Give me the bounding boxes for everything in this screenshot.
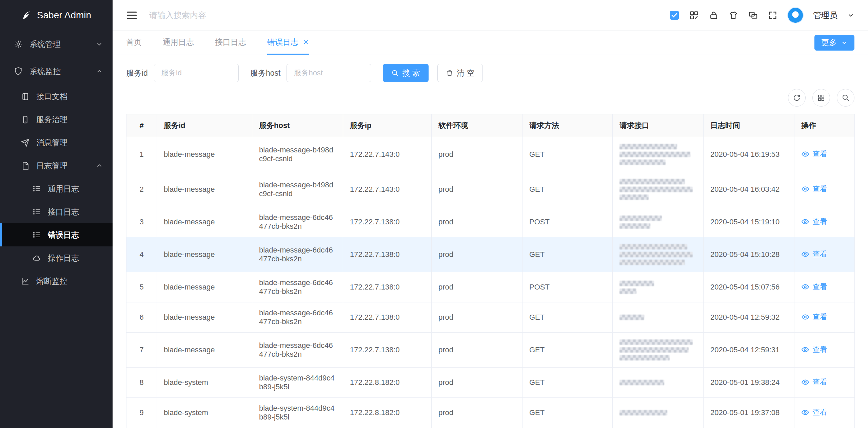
app-title: Saber Admin	[37, 10, 91, 21]
cell-time: 2020-05-04 12:59:32	[704, 302, 794, 333]
sidebar-item-label: 系统管理	[29, 39, 96, 50]
tab-api-log[interactable]: 接口日志	[215, 31, 246, 55]
hamburger-menu-icon[interactable]	[126, 10, 138, 21]
tab-common-log[interactable]: 通用日志	[163, 31, 194, 55]
book-icon	[20, 91, 30, 101]
sidebar-item-error-log[interactable]: 错误日志	[0, 223, 113, 246]
cell-index: 1	[126, 137, 157, 172]
cell-service-id: blade-message	[157, 172, 252, 207]
cell-time: 2020-05-04 16:19:53	[704, 137, 794, 172]
table-row[interactable]: 5 blade-message blade-message-6dc46477cb…	[126, 272, 855, 302]
cell-time: 2020-05-01 19:37:08	[704, 398, 794, 428]
service-id-input[interactable]	[154, 64, 239, 82]
search-button[interactable]: 搜 索	[383, 64, 428, 82]
refresh-button[interactable]	[788, 89, 806, 107]
column-settings-button[interactable]	[812, 89, 830, 107]
table-row[interactable]: 9 blade-system blade-system-844d9c4b89-j…	[126, 398, 855, 428]
cell-time: 2020-05-04 15:10:28	[704, 237, 794, 272]
redacted-api-content	[619, 143, 696, 166]
table-row[interactable]: 6 blade-message blade-message-6dc46477cb…	[126, 302, 855, 333]
clear-button[interactable]: 清 空	[437, 64, 483, 82]
cell-method: GET	[522, 302, 613, 333]
multi-screen-icon[interactable]	[748, 10, 758, 20]
sidebar-item-label: 日志管理	[36, 161, 96, 171]
todo-check-icon[interactable]	[669, 10, 679, 20]
user-avatar[interactable]	[787, 7, 804, 23]
view-button[interactable]: 查看	[801, 217, 827, 227]
sidebar-item-log-manage[interactable]: 日志管理	[0, 154, 113, 177]
search-icon	[842, 94, 850, 102]
cell-method: GET	[522, 333, 613, 368]
cell-service-host: blade-message-6dc46477cb-bks2n	[252, 333, 343, 368]
more-button[interactable]: 更多	[814, 35, 854, 51]
grid-edit-icon[interactable]	[689, 10, 699, 20]
sidebar-item-label: 错误日志	[48, 230, 103, 240]
view-button[interactable]: 查看	[801, 282, 827, 292]
cell-index: 5	[126, 272, 157, 302]
global-search-input[interactable]	[149, 11, 339, 20]
eye-icon	[801, 150, 809, 158]
sidebar-item-label: 系统监控	[29, 66, 96, 77]
cell-index: 6	[126, 302, 157, 333]
tab-label: 通用日志	[163, 37, 194, 48]
sidebar-item-message-manage[interactable]: 消息管理	[0, 131, 113, 154]
cell-api	[613, 302, 704, 333]
username-label[interactable]: 管理员	[813, 10, 837, 21]
sidebar-item-system-monitor[interactable]: 系统监控	[0, 58, 113, 85]
cell-service-host: blade-system-844d9c4b89-j5k5l	[252, 398, 343, 428]
cell-service-host: blade-system-844d9c4b89-j5k5l	[252, 368, 343, 398]
theme-shirt-icon[interactable]	[728, 10, 738, 20]
service-host-input[interactable]	[287, 64, 371, 82]
search-form: 服务id 服务host 搜 索 清 空	[126, 64, 854, 82]
view-button[interactable]: 查看	[801, 377, 827, 387]
fullscreen-icon[interactable]	[768, 10, 778, 20]
cell-api	[613, 398, 704, 428]
redacted-api-content	[619, 409, 696, 416]
cell-operation: 查看	[794, 172, 855, 207]
view-button[interactable]: 查看	[801, 312, 827, 322]
sidebar-item-operation-log[interactable]: 操作日志	[0, 246, 113, 269]
table-row[interactable]: 1 blade-message blade-message-b498dc9cf-…	[126, 137, 855, 172]
table-row[interactable]: 3 blade-message blade-message-6dc46477cb…	[126, 207, 855, 237]
cell-env: prod	[432, 137, 522, 172]
sidebar-item-common-log[interactable]: 通用日志	[0, 177, 113, 200]
tab-error-log[interactable]: 错误日志	[267, 31, 309, 55]
sidebar-item-service-governance[interactable]: 服务治理	[0, 108, 113, 131]
close-icon[interactable]	[302, 39, 309, 45]
more-button-label: 更多	[821, 37, 837, 48]
cell-service-id: blade-message	[157, 207, 252, 237]
list-icon	[32, 230, 42, 240]
error-log-table: # 服务id 服务host 服务ip 软件环境 请求方法 请求接口 日志时间 操…	[126, 114, 855, 428]
table-row[interactable]: 8 blade-system blade-system-844d9c4b89-j…	[126, 368, 855, 398]
tab-home[interactable]: 首页	[126, 31, 142, 55]
table-row[interactable]: 2 blade-message blade-message-b498dc9cf-…	[126, 172, 855, 207]
sidebar-item-system-manage[interactable]: 系统管理	[0, 31, 113, 58]
sidebar-item-api-docs[interactable]: 接口文档	[0, 85, 113, 108]
view-button[interactable]: 查看	[801, 184, 827, 194]
search-toggle-button[interactable]	[837, 89, 854, 107]
trash-icon	[446, 69, 453, 77]
sidebar-item-api-log[interactable]: 接口日志	[0, 200, 113, 223]
table-row[interactable]: 7 blade-message blade-message-6dc46477cb…	[126, 333, 855, 368]
lock-icon[interactable]	[709, 10, 719, 20]
cell-service-ip: 172.22.8.182:0	[343, 368, 432, 398]
cell-method: GET	[522, 398, 613, 428]
table-row-selected[interactable]: 4 blade-message blade-message-6dc46477cb…	[126, 237, 855, 272]
clear-button-label: 清 空	[457, 68, 474, 78]
col-env: 软件环境	[432, 114, 522, 137]
view-button[interactable]: 查看	[801, 249, 827, 259]
view-button[interactable]: 查看	[801, 345, 827, 355]
col-service-host: 服务host	[252, 114, 343, 137]
view-button[interactable]: 查看	[801, 407, 827, 417]
search-icon	[391, 69, 399, 77]
sidebar-item-circuit-monitor[interactable]: 熔断监控	[0, 269, 113, 293]
cell-api	[613, 137, 704, 172]
sidebar-menu: 系统管理 系统监控 接口文档	[0, 31, 113, 293]
chevron-down-icon	[96, 40, 103, 48]
chevron-down-icon[interactable]	[847, 12, 854, 19]
view-button[interactable]: 查看	[801, 149, 827, 159]
eye-icon	[801, 185, 809, 193]
tab-label: 首页	[126, 37, 142, 48]
service-host-label: 服务host	[250, 68, 280, 78]
col-service-ip: 服务ip	[343, 114, 432, 137]
